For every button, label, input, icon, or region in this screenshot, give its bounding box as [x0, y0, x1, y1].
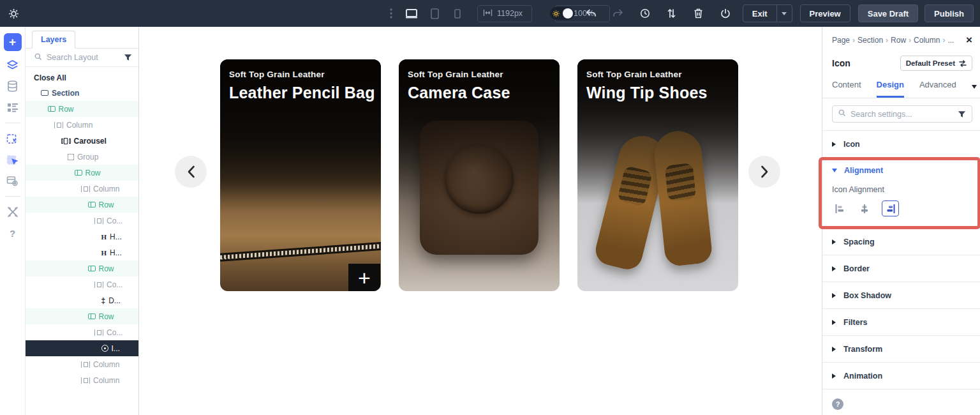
section-filters[interactable]: Filters	[822, 309, 980, 336]
breadcrumb-item[interactable]: Page	[832, 36, 850, 45]
database-icon[interactable]	[6, 79, 20, 93]
layer-item-column[interactable]: Co...	[26, 324, 138, 340]
layer-item-column[interactable]: Co...	[26, 276, 138, 292]
add-module-button[interactable]: +	[348, 264, 380, 291]
history-icon[interactable]	[637, 5, 653, 22]
paste-block-icon[interactable]	[6, 153, 20, 167]
breadcrumb-separator: ›	[942, 36, 945, 45]
layer-item-group[interactable]: Group	[26, 149, 138, 165]
layer-item-column[interactable]: Column	[26, 181, 138, 197]
align-right-button[interactable]	[882, 200, 899, 216]
tab-content[interactable]: Content	[832, 80, 861, 98]
layer-item-column[interactable]: Column	[26, 117, 138, 133]
canvas-width-input[interactable]: 1192px	[477, 5, 532, 22]
breadcrumb-item[interactable]: Column	[914, 36, 940, 45]
breadcrumb-item[interactable]: Section	[858, 36, 883, 45]
breadcrumb-separator: ›	[909, 36, 911, 45]
power-icon[interactable]	[717, 5, 734, 22]
layer-item-column[interactable]: Co...	[26, 213, 138, 229]
close-icon[interactable]: ×	[966, 34, 972, 45]
layer-item-row[interactable]: Row	[26, 165, 138, 181]
components-icon[interactable]	[6, 174, 20, 188]
section-icon[interactable]: Icon	[822, 131, 980, 158]
layout-search-placeholder: Search Layout	[47, 53, 119, 62]
section-spacing[interactable]: Spacing	[822, 229, 980, 255]
layer-item-carousel[interactable]: Carousel	[26, 133, 138, 149]
tablet-view-icon[interactable]	[426, 5, 443, 22]
section-box-shadow[interactable]: Box Shadow	[822, 282, 980, 309]
layer-item-label: Column	[66, 121, 93, 130]
layer-item-section[interactable]: Section	[26, 85, 138, 101]
breadcrumb-item[interactable]: ...	[947, 36, 954, 45]
trash-icon[interactable]	[690, 5, 707, 22]
theme-toggle[interactable]	[550, 7, 574, 20]
help-icon[interactable]: ?	[6, 226, 20, 240]
layers-tree: SectionRowColumnCarouselGroupRowColumnRo…	[26, 85, 138, 415]
carousel: Soft Top Grain LeatherLeather Pencil Bag…	[220, 59, 738, 291]
tab-layers[interactable]: Layers	[32, 31, 75, 49]
panel-help-icon[interactable]: ?	[832, 398, 843, 410]
layer-item-row[interactable]: Row	[26, 308, 138, 324]
product-card[interactable]: Soft Top Grain LeatherCamera Case	[399, 59, 560, 291]
section-transform[interactable]: Transform	[822, 336, 980, 363]
product-card[interactable]: Soft Top Grain LeatherLeather Pencil Bag…	[220, 59, 381, 291]
carousel-prev-button[interactable]	[175, 156, 207, 188]
accordion-label: Alignment	[844, 166, 883, 175]
preview-button[interactable]: Preview	[800, 4, 850, 22]
tab-design[interactable]: Design	[877, 80, 904, 98]
filter-funnel-icon[interactable]	[958, 110, 966, 118]
phone-view-icon[interactable]	[449, 5, 466, 22]
layer-item-label: D...	[108, 296, 121, 305]
align-center-button[interactable]	[857, 202, 872, 216]
sort-arrows-icon[interactable]	[664, 5, 680, 22]
breadcrumb-item[interactable]: Row	[891, 36, 906, 45]
layer-item-heading[interactable]: HH...	[26, 229, 138, 245]
layer-item-label: Column	[93, 185, 119, 193]
default-preset-button[interactable]: Default Preset	[900, 56, 972, 71]
publish-button[interactable]: Publish	[924, 4, 974, 22]
accordion-label: Transform	[843, 345, 882, 354]
layer-item-heading[interactable]: HH...	[26, 245, 138, 260]
layer-item-row[interactable]: Row	[26, 101, 138, 117]
kebab-menu-icon[interactable]	[383, 5, 399, 22]
accordion-header[interactable]: Alignment	[832, 166, 970, 175]
undo-icon[interactable]	[583, 5, 600, 22]
accordion-label: Spacing	[843, 238, 875, 246]
close-all-button[interactable]: Close All	[26, 67, 138, 85]
filter-funnel-icon[interactable]	[124, 54, 132, 61]
layer-item-label: Row	[99, 200, 114, 209]
icon-alignment-options	[832, 200, 970, 216]
layer-item-row[interactable]: Row	[26, 197, 138, 213]
carousel-layer-icon	[61, 138, 71, 144]
tab-advanced[interactable]: Advanced	[919, 80, 956, 98]
caret-right-icon	[832, 347, 836, 352]
section-alignment: AlignmentIcon Alignment	[822, 158, 980, 229]
layout-search-input[interactable]: Search Layout	[26, 49, 138, 67]
settings-gear-icon[interactable]	[5, 5, 22, 22]
align-left-button[interactable]	[832, 202, 847, 216]
layer-item-column[interactable]: Column	[26, 372, 138, 388]
layer-item-divider[interactable]: ‡D...	[26, 292, 138, 308]
add-element-button[interactable]: +	[4, 33, 22, 51]
tools-icon[interactable]	[6, 205, 20, 219]
exit-button[interactable]: Exit	[743, 4, 777, 22]
layers-icon[interactable]	[6, 58, 20, 72]
row-layer-icon	[48, 106, 56, 112]
layer-item-row[interactable]: Row	[26, 260, 138, 276]
exit-caret[interactable]	[777, 4, 792, 22]
product-card[interactable]: Soft Top Grain LeatherWing Tip Shoes	[577, 59, 738, 291]
layer-item-icon[interactable]: I...	[26, 340, 138, 356]
section-border[interactable]: Border	[822, 255, 980, 282]
save-draft-button[interactable]: Save Draft	[858, 4, 918, 22]
row-layer-icon	[88, 313, 96, 319]
blocks-icon[interactable]	[6, 100, 20, 114]
desktop-view-icon[interactable]	[403, 5, 420, 22]
settings-search-input[interactable]: Search settings...	[832, 105, 972, 123]
carousel-next-button[interactable]	[748, 156, 780, 188]
redo-icon[interactable]	[610, 5, 627, 22]
chevron-down-icon[interactable]	[972, 85, 977, 89]
layer-item-column[interactable]: Column	[26, 356, 138, 372]
column-layer-icon	[81, 361, 90, 368]
insert-block-icon[interactable]	[6, 132, 20, 146]
section-animation[interactable]: Animation	[822, 363, 980, 389]
